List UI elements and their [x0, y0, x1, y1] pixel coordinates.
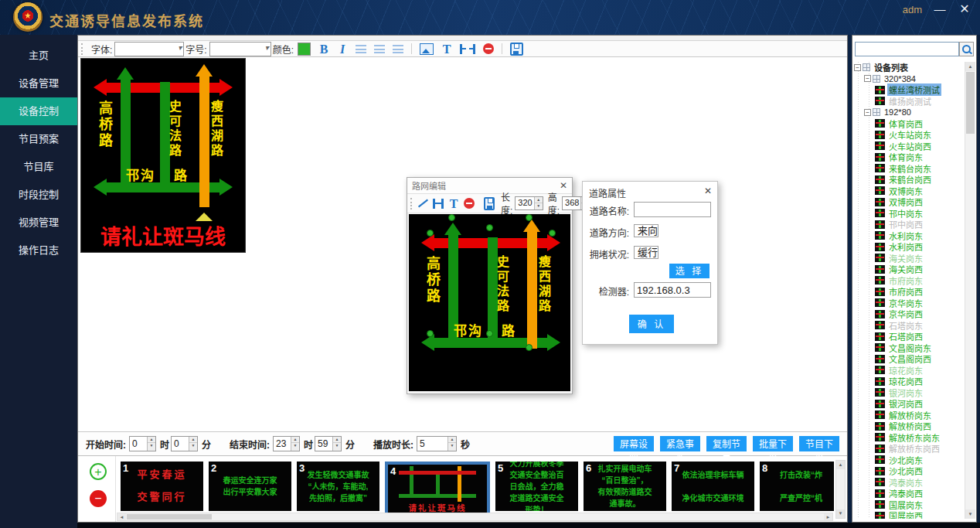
tree-node[interactable]: − 双博岗东 [854, 186, 964, 197]
road-network-icon[interactable] [433, 199, 444, 209]
sidebar-item[interactable]: 设备控制 [0, 97, 77, 125]
edit-handle[interactable] [486, 330, 493, 337]
draw-line-icon[interactable] [417, 199, 428, 209]
tree-node[interactable]: − 文昌阁岗西 [854, 353, 964, 365]
edit-handle[interactable] [486, 224, 493, 231]
window-minimize-button[interactable]: — [931, 2, 949, 17]
tree-node[interactable]: − 京华岗东 [854, 298, 964, 309]
tree-node[interactable]: − 鸿泰岗东 [854, 477, 964, 489]
road-direction-select[interactable]: 来向 ˇ [634, 224, 658, 237]
tree-node[interactable]: − 体育岗西 [854, 118, 964, 130]
tree-node[interactable]: − 市府岗东 [854, 275, 964, 287]
collapse-toggle-icon[interactable]: − [864, 109, 871, 116]
sidebar-item[interactable]: 时段控制 [0, 181, 77, 209]
sidebar-item[interactable]: 操作日志 [0, 237, 77, 264]
search-input[interactable] [855, 42, 959, 56]
save-icon[interactable] [510, 43, 523, 56]
scroll-up-icon[interactable]: ▲ [965, 62, 975, 71]
tree-node[interactable]: − 京华岗西 [854, 308, 964, 320]
tree-scrollbar[interactable]: ▲ ▼ [965, 62, 975, 519]
spinner-arrows[interactable]: ▲▼ [447, 437, 456, 451]
tree-node[interactable]: − 海关岗西 [854, 264, 964, 275]
tree-node[interactable]: − 石塔岗东 [854, 320, 964, 332]
edit-handle[interactable] [549, 230, 556, 237]
confirm-button[interactable]: 确 认 [629, 315, 674, 333]
tree-node[interactable]: − 沙北岗西 [854, 465, 964, 477]
duration-spinner[interactable]: 5 ▲▼ [417, 436, 457, 451]
delete-icon[interactable] [464, 198, 475, 209]
tree-node[interactable]: − 来鹤台岗西 [854, 174, 964, 186]
align-center-icon[interactable] [374, 45, 385, 53]
insert-text-icon[interactable]: T [448, 197, 459, 210]
font-family-select[interactable]: ▾ [114, 42, 184, 56]
end-hour-spinner[interactable]: 23 ▲▼ [273, 436, 300, 451]
program-thumbnail[interactable]: 1 平安春运 交警同行 [121, 462, 203, 511]
bold-button[interactable]: B [318, 43, 329, 56]
edit-handle[interactable] [526, 214, 533, 221]
spinner-arrows[interactable]: ▲▼ [189, 437, 197, 451]
delete-icon[interactable] [483, 43, 494, 54]
orange-road-arrow[interactable] [527, 231, 537, 349]
strip-horizontal-scrollbar[interactable]: ◄ ► [117, 513, 833, 521]
scroll-down-icon[interactable]: ▼ [836, 509, 845, 518]
collapse-toggle-icon[interactable]: − [854, 64, 861, 71]
tree-node[interactable]: − 体育岗东 [854, 152, 964, 163]
tree-node[interactable]: − 双博岗西 [854, 196, 964, 208]
tree-node[interactable]: − 银河岗西 [854, 398, 964, 410]
strip-vertical-scrollbar[interactable]: ▲ ▼ [835, 460, 846, 519]
action-button[interactable]: 屏幕设置 [614, 436, 654, 451]
editor-roadmap[interactable]: 高桥路 史可法路 瘦西湖路 邗沟 路 请礼让斑马线 [409, 214, 570, 391]
tree-node[interactable]: − 维扬岗测试 [854, 96, 964, 107]
spinner-arrows[interactable]: ▲▼ [534, 197, 543, 209]
tree-node[interactable]: − 沙北岗东 [854, 455, 964, 466]
tree-node[interactable]: − 邗中岗西 [854, 219, 964, 230]
action-button[interactable]: 复制节目 [706, 436, 747, 451]
tree-node[interactable]: − 鸿泰岗西 [854, 488, 964, 499]
spinner-arrows[interactable]: ▲▼ [332, 437, 341, 451]
program-thumbnail[interactable]: 4 请礼让斑马线 [385, 462, 490, 516]
sidebar-item[interactable]: 设备管理 [0, 70, 77, 97]
spinner-arrows[interactable]: ▲▼ [291, 437, 299, 451]
sidebar-item[interactable]: 视频管理 [0, 209, 77, 237]
end-minute-spinner[interactable]: 59 ▲▼ [315, 436, 342, 451]
tree-node[interactable]: − 解放桥岗西 [854, 421, 964, 432]
tree-node[interactable]: − 解放桥东岗西 [854, 443, 964, 455]
tree-node[interactable]: − 国展岗西 [854, 510, 964, 519]
search-button[interactable] [959, 42, 974, 56]
toolbar-grip-icon[interactable] [81, 43, 86, 55]
color-swatch[interactable] [298, 43, 311, 56]
length-spinner[interactable]: 320 ▲▼ [515, 196, 543, 210]
scroll-left-icon[interactable]: ◄ [117, 513, 126, 520]
window-close-button[interactable]: ✕ [955, 2, 974, 17]
editor-close-icon[interactable]: ✕ [560, 180, 567, 191]
program-thumbnail[interactable]: 7 依法治理非标车辆 净化城市交通环境 [672, 462, 754, 511]
congestion-select[interactable]: 缓行 ˇ [634, 246, 658, 259]
led-screen-preview[interactable]: 高桥路 史可法路 瘦西湖路 邗沟 路 请礼让斑马线 [80, 58, 246, 253]
tree-node[interactable]: − 来鹤台岗东 [854, 163, 964, 175]
edit-handle[interactable] [448, 214, 455, 221]
tree-node[interactable]: − 解放桥岗东 [854, 410, 964, 421]
tree-node[interactable]: − 320*384 [854, 73, 964, 85]
tree-node[interactable]: − 国展岗东 [854, 499, 964, 511]
tree-node[interactable]: − 琼花岗东 [854, 365, 964, 376]
scroll-right-icon[interactable]: ► [824, 513, 832, 520]
action-button[interactable]: 节目下发 [799, 436, 839, 451]
action-button[interactable]: 紧急事件 [660, 436, 700, 451]
edit-handle[interactable] [427, 330, 434, 337]
font-size-select[interactable]: ▾ [209, 42, 271, 56]
tree-node[interactable]: − 水利岗西 [854, 241, 964, 253]
scrollbar-thumb[interactable] [127, 514, 212, 519]
program-thumbnail[interactable]: 6 扎实开展电动车 “百日整治”， 有效预防道路交 通事故。 [584, 462, 666, 511]
tree-node[interactable]: − 水利岗东 [854, 230, 964, 242]
toolbar-grip-icon[interactable] [410, 198, 412, 209]
save-icon[interactable] [484, 197, 495, 210]
editor-canvas[interactable]: 高桥路 史可法路 瘦西湖路 邗沟 路 请礼让斑马线 [409, 214, 570, 391]
align-left-icon[interactable] [356, 45, 366, 53]
select-detector-button[interactable]: 选 择 [669, 264, 709, 278]
tree-node[interactable]: − 火车站岗东 [854, 129, 964, 141]
remove-program-button[interactable]: − [90, 490, 107, 507]
insert-image-icon[interactable] [420, 43, 434, 55]
program-thumbnail[interactable]: 8 打击改装“炸 严查严控“机 [760, 462, 834, 511]
sidebar-item[interactable]: 主页 [0, 42, 77, 70]
add-program-button[interactable]: + [90, 463, 107, 480]
